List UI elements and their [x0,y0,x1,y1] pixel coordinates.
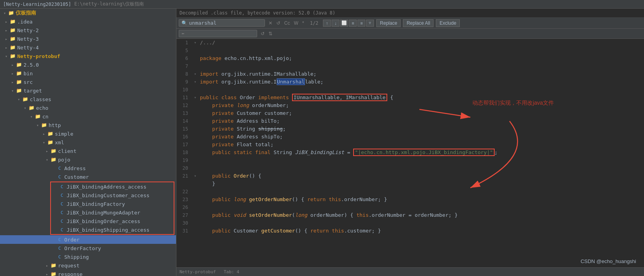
code-line-31: 31 public Customer getCustomer() { retur… [176,227,644,235]
match-count: 1/2 [310,20,319,26]
sidebar-item-http[interactable]: 📁 http [0,121,176,129]
code-line-26: 26 [176,203,644,211]
sidebar-item-orderfactory[interactable]: C OrderFactory [0,244,176,252]
arrow-simple [41,132,47,136]
response-label: response [58,271,83,276]
line-num-26: 26 [176,203,192,211]
pojo-label: pojo [58,157,70,163]
replace-swap-btn[interactable]: ⇅ [267,31,274,37]
folder-icon-client: 📁 [50,148,56,154]
folder-icon-netty3: 📁 [9,36,16,42]
sidebar-item-customer[interactable]: C Customer [0,172,176,181]
nav-extra-btn[interactable]: ≡ [357,20,365,27]
line-num-30: 30 [176,219,192,227]
arrow-request [44,263,50,268]
arrow-netty2 [3,28,9,33]
sidebar-item-jibx-customer[interactable]: C JiBX_bindingCustomer_access [51,191,174,200]
file-icon-jibx-order: C [59,218,65,224]
code-21a: public Order() { [198,172,261,180]
sidebar-item-netty2[interactable]: 📁 Netty-2 [0,26,176,34]
code-content[interactable]: 1 ▾ /.../ 5 6 package echo.cn.http.xml.p… [176,39,644,267]
sidebar-item-netty3[interactable]: 📁 Netty-3 [0,34,176,43]
arrow-root [2,11,8,15]
search-cc-btn[interactable]: Cc [283,20,291,26]
search-input-wrap[interactable]: 🔍 [179,19,265,27]
fold-21a[interactable]: ▾ [192,172,198,180]
sidebar-item-idea[interactable]: 📁 .idea [0,17,176,26]
sidebar-item-jibx-munge[interactable]: C JiBX_bindingMungeAdapter [51,208,174,217]
sidebar-item-address[interactable]: C Address [0,164,176,172]
sidebar-item-request[interactable]: 📁 request [0,261,176,270]
status-bar: Netty-protobuf Tab: 4 [176,267,644,276]
sidebar-item-250[interactable]: 📁 2.5.0 [0,60,176,69]
nav-wrap-btn[interactable]: ⬜ [340,20,348,27]
sidebar-item-cn[interactable]: 📁 cn [0,112,176,121]
code-14: private Address bilTo; [198,117,280,125]
nav-down-btn[interactable]: ↓ [332,20,339,27]
sidebar-item-order-selected[interactable]: C Order [0,235,176,244]
line-num-14: 14 [176,117,192,125]
arrow-client [44,149,50,153]
replace-btn[interactable]: Replace [376,19,401,27]
sidebar-item-bin[interactable]: 📁 bin [0,69,176,78]
nav-filter-btn[interactable]: ≡ [349,20,357,27]
nav-funnel-btn[interactable]: ▿ [366,20,374,27]
replace-refresh-btn[interactable]: ↺ [259,31,266,37]
replace-all-btn[interactable]: Replace All [403,19,434,27]
fold-8[interactable]: ▾ [192,70,198,78]
search-clear-btn[interactable]: ✕ [267,20,274,26]
search-input[interactable] [189,20,252,26]
line-num-21a: 21 [176,172,192,180]
shipping-label: Shipping [64,254,89,260]
folder-icon-http: 📁 [41,122,47,128]
arrow-response [44,272,50,276]
arrow-http [34,123,41,127]
sidebar-item-target[interactable]: 📁 target [0,86,176,95]
sidebar-item-jibx-address[interactable]: C JiBX_bindingAddress_access [51,182,174,191]
fold-9[interactable]: ▾ [192,78,198,86]
sidebar-item-echo[interactable]: 📁 echo [0,104,176,112]
code-15: private String shipping; [198,125,286,133]
jibx-munge-label: JiBX_bindingMungeAdapter [67,210,140,216]
sidebar-item-classes[interactable]: 📁 classes [0,95,176,104]
jibx-order-label: JiBX_bindingOrder_access [67,218,140,224]
sidebar-item-src[interactable]: 📁 src [0,78,176,86]
line-num-7: 7 [176,62,192,70]
arrow-netty3 [3,37,9,41]
sidebar-item-pojo[interactable]: 📁 pojo [0,155,176,164]
exclude-btn[interactable]: Exclude [436,19,460,27]
fold-11[interactable]: ▾ [192,94,198,102]
folder-icon-classes: 📁 [22,96,28,102]
folder-icon-src: 📁 [16,79,22,85]
code-line-16: 16 private Address shipTo; [176,133,644,141]
search-refresh-btn[interactable]: ↺ [275,20,281,26]
code-21b: } [198,180,215,188]
code-17: private Float total; [198,141,274,149]
search-w-btn[interactable]: W [293,20,299,26]
sidebar-item-netty4[interactable]: 📁 Netty-4 [0,43,176,52]
sidebar-item-simple[interactable]: 📁 simple [0,129,176,138]
sidebar-item-jibx-order[interactable]: C JiBX_bindingOrder_access [51,217,174,225]
address-label: Address [64,165,86,171]
sidebar-item-jibx-shipping[interactable]: C JiBX_bindingShipping_access [51,225,174,234]
line-num-12: 12 [176,102,192,109]
file-header: Decompiled .class file, bytecode version… [176,9,644,18]
file-icon-jibx-addr: C [59,184,65,189]
sidebar-item-shipping[interactable]: C Shipping [0,252,176,261]
nav-up-btn[interactable]: ↑ [323,20,331,27]
replace-input[interactable] [186,31,249,36]
sidebar-item-root[interactable]: 📁 仪板指南 [0,9,176,17]
fold-1[interactable]: ▾ [192,39,198,47]
folder-icon-response: 📁 [50,271,56,276]
sidebar-item-protobuf[interactable]: 📁 Netty-protobuf [0,52,176,60]
sidebar-item-response[interactable]: 📁 response [0,270,176,276]
sidebar-item-client[interactable]: 📁 client [0,147,176,155]
replace-input-wrap[interactable]: ⬅ [179,30,257,37]
folder-icon-bin: 📁 [16,71,22,76]
code-line-11: 11 ▾ public class Order implements IUnma… [176,94,644,102]
line-num-11: 11 [176,94,192,102]
code-31: public Customer getCustomer() { return t… [198,227,381,235]
search-regex-btn[interactable]: * [301,20,305,26]
sidebar-item-jibx-factory[interactable]: C JiBX_bindingFactory [51,200,174,208]
sidebar-item-xml[interactable]: 📁 xml [0,138,176,147]
